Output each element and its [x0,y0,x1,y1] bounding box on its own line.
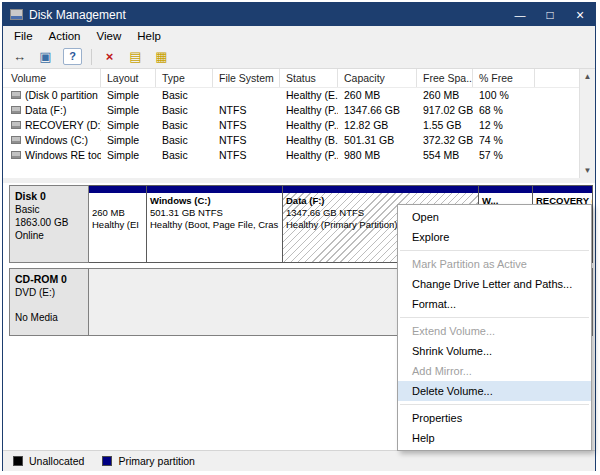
primary-partition-label: Primary partition [118,455,194,467]
volume-name: Data (F:) [25,104,66,116]
column-header-type[interactable]: Type [156,69,213,87]
cd-rom-name: CD-ROM 0 [15,273,83,286]
volume-file-system: NTFS [213,134,280,146]
volume-name: Windows RE tools [25,149,101,161]
volume-status: Healthy (P... [280,149,338,161]
cd-rom-status: No Media [15,311,83,324]
primary-partition-strip [479,186,532,193]
volume-name: Windows (C:) [25,134,88,146]
menu-help[interactable]: Help [129,28,169,44]
primary-partition-strip [283,186,478,193]
delete-action-icon[interactable]: × [101,48,118,65]
volume-type: Basic [156,89,213,101]
context-menu-properties[interactable]: Properties [398,408,591,428]
context-menu-extend-volume: Extend Volume... [398,321,591,341]
legend-bar: Unallocated Primary partition [3,450,595,471]
volume-layout: Simple [101,149,156,161]
close-button[interactable]: × [565,3,595,26]
volume-capacity: 12.82 GB [338,119,417,131]
volume-layout: Simple [101,134,156,146]
help-icon[interactable]: ? [63,48,82,65]
primary-partition-strip [533,186,592,193]
volume-type: Basic [156,149,213,161]
volume-free-space: 260 MB [417,89,473,101]
context-menu-help[interactable]: Help [398,428,591,448]
context-menu-change-drive-letter[interactable]: Change Drive Letter and Paths... [398,274,591,294]
volume-icon [11,151,21,159]
context-menu-mark-partition-active: Mark Partition as Active [398,254,591,274]
disk-size: 1863.00 GB [15,216,83,229]
context-menu-open[interactable]: Open [398,207,591,227]
volume-file-system: NTFS [213,119,280,131]
volume-pct-free: 57 % [473,149,535,161]
context-menu: Open Explore Mark Partition as Active Ch… [397,204,592,451]
menu-action[interactable]: Action [41,28,89,44]
back-forward-icon[interactable]: ↔ [11,48,28,65]
context-menu-delete-volume[interactable]: Delete Volume... [398,381,591,401]
table-body: (Disk 0 partition 1) Simple Basic Health… [3,87,580,162]
toolbar: ↔ ▣ ? × ▤ ▦ [3,45,595,69]
table-row[interactable]: Windows (C:) Simple Basic NTFS Healthy (… [3,132,580,147]
volume-free-space: 1.55 GB [417,119,473,131]
menu-separator [400,404,589,405]
table-row[interactable]: Windows RE tools Simple Basic NTFS Healt… [3,147,580,162]
scroll-down-icon[interactable]: ▼ [580,163,595,178]
volume-free-space: 917.02 GB [417,104,473,116]
table-row[interactable]: (Disk 0 partition 1) Simple Basic Health… [3,87,580,102]
volume-icon [11,136,21,144]
views-icon[interactable]: ▦ [153,48,170,65]
table-header: Volume Layout Type File System Status Ca… [3,69,580,88]
column-header-status[interactable]: Status [280,69,338,87]
disk-status: Online [15,229,83,242]
volume-type: Basic [156,119,213,131]
volume-pct-free: 100 % [473,89,535,101]
column-header-filler [535,69,580,87]
column-header-layout[interactable]: Layout [101,69,156,87]
volume-list-pane: Volume Layout Type File System Status Ca… [3,69,595,178]
disk-0-info-panel[interactable]: Disk 0 Basic 1863.00 GB Online [9,185,89,263]
volume-capacity: 260 MB [338,89,417,101]
volume-capacity: 501.31 GB [338,134,417,146]
menu-separator [400,317,589,318]
column-header-free-space[interactable]: Free Spa... [417,69,473,87]
vertical-scrollbar[interactable]: ▲ ▼ [579,69,595,178]
volume-pct-free: 12 % [473,119,535,131]
column-header-volume[interactable]: Volume [3,69,101,87]
volume-type: Basic [156,134,213,146]
partition-size: 501.31 GB NTFS [150,207,279,219]
disk-type: Basic [15,203,83,216]
context-menu-add-mirror: Add Mirror... [398,361,591,381]
context-menu-format[interactable]: Format... [398,294,591,314]
table-row[interactable]: RECOVERY (D:) Simple Basic NTFS Healthy … [3,117,580,132]
scroll-up-icon[interactable]: ▲ [580,69,595,84]
volume-layout: Simple [101,119,156,131]
open-folder-icon[interactable]: ▤ [127,48,144,65]
minimize-button[interactable]: — [505,3,535,26]
context-menu-explore[interactable]: Explore [398,227,591,247]
volume-capacity: 1347.66 GB [338,104,417,116]
properties-window-icon[interactable]: ▣ [37,48,54,65]
volume-name: RECOVERY (D:) [25,119,101,131]
table-row[interactable]: Data (F:) Simple Basic NTFS Healthy (P..… [3,102,580,117]
volume-status: Healthy (E... [280,89,338,101]
partition-windows-c[interactable]: Windows (C:) 501.31 GB NTFS Healthy (Boo… [147,185,283,263]
toolbar-separator [91,49,92,65]
cd-rom-info-panel[interactable]: CD-ROM 0 DVD (E:) No Media [9,268,89,336]
partition-title [92,195,143,207]
column-header-capacity[interactable]: Capacity [338,69,417,87]
volume-free-space: 372.32 GB [417,134,473,146]
maximize-button[interactable]: □ [535,3,565,26]
unallocated-swatch [13,456,23,466]
primary-partition-swatch [102,456,112,466]
column-header-file-system[interactable]: File System [213,69,280,87]
menu-file[interactable]: File [6,28,41,44]
context-menu-shrink-volume[interactable]: Shrink Volume... [398,341,591,361]
volume-capacity: 980 MB [338,149,417,161]
window-title: Disk Management [29,8,126,22]
partition-efi[interactable]: 260 MB Healthy (EI [89,185,147,263]
menubar: File Action View Help [3,26,595,45]
menu-view[interactable]: View [89,28,130,44]
column-header-pct-free[interactable]: % Free [473,69,535,87]
volume-layout: Simple [101,89,156,101]
unallocated-label: Unallocated [29,455,84,467]
